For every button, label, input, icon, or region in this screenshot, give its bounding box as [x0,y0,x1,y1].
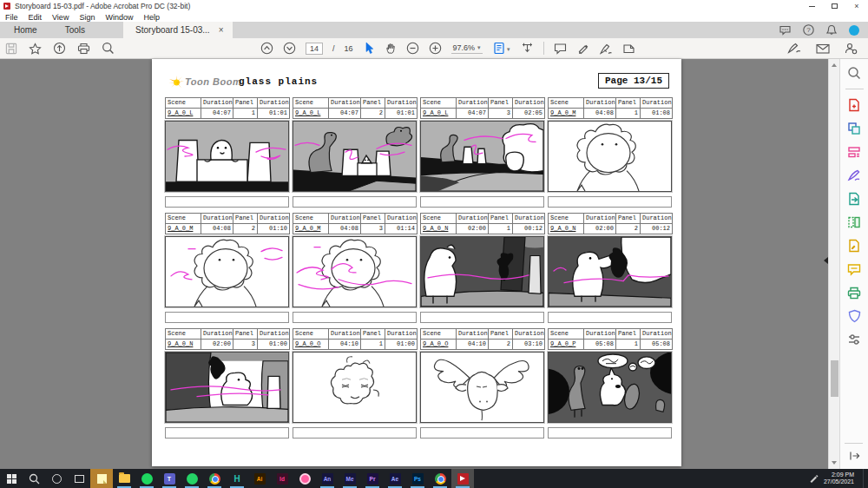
clock-date: 27/05/2021 [824,478,854,485]
email-envelope-icon[interactable] [816,43,830,54]
tab-tools[interactable]: Tools [51,22,99,38]
select-tool-icon[interactable] [363,42,375,55]
storyboard-grid: SceneDurationPanelDuration 9_A_0_L04:071… [165,97,672,439]
taskbar-spotify[interactable] [135,469,158,488]
comment-bubble-icon[interactable] [554,43,567,55]
show-desktop-button[interactable] [863,469,866,488]
notifications-bell-icon[interactable] [826,24,837,36]
close-button[interactable]: × [845,0,868,12]
menu-window[interactable]: Window [100,13,138,22]
highlight-pencil-icon[interactable] [576,42,589,55]
premiere-icon: Pr [367,473,378,485]
tab-home[interactable]: Home [0,22,51,38]
search-tools-icon[interactable] [846,65,862,81]
minimize-button[interactable] [800,0,823,12]
next-page-icon[interactable] [283,42,296,55]
taskbar-cortana[interactable] [45,469,68,488]
taskbar-media-encoder[interactable]: Me [339,469,361,488]
harmony-icon: H [233,474,240,484]
print-icon[interactable] [77,43,90,55]
edit-pdf-icon[interactable] [846,144,862,160]
zoom-out-icon[interactable] [406,42,419,55]
svg-text:▾: ▾ [507,46,510,52]
save-icon[interactable] [5,43,17,55]
menu-edit[interactable]: Edit [23,13,48,22]
panel-meta-table: SceneDurationPanelDuration 9_A_0_L04:073… [420,97,545,119]
taskbar-file-explorer[interactable] [113,469,135,488]
account-avatar[interactable] [849,25,859,36]
stamp-icon[interactable] [622,43,635,55]
find-icon[interactable] [102,42,115,55]
windows-ink-pen-icon[interactable] [809,474,819,484]
tab-close-icon[interactable]: × [217,25,226,35]
taskbar-premiere[interactable]: Pr [361,469,384,488]
fit-width-icon[interactable] [521,42,534,55]
tools-rail [839,59,868,469]
taskbar-harmony[interactable]: H [226,469,248,488]
request-signatures-icon[interactable] [846,238,862,254]
more-tools-icon[interactable] [846,332,862,347]
menu-file[interactable]: File [0,13,23,22]
taskbar-task-view[interactable] [68,469,90,488]
after-effects-icon: Ae [390,473,401,485]
scene-id: 9_A_0_N [549,224,584,234]
signature-pen-icon[interactable] [787,43,801,54]
scroll-up-icon[interactable] [832,63,837,67]
taskbar-osu[interactable] [293,469,316,488]
menu-view[interactable]: View [47,13,74,22]
fit-page-icon[interactable]: ▾ [492,42,511,55]
scroll-down-icon[interactable] [832,461,837,465]
panel-meta-table: SceneDurationPanelDuration 9_A_0_O04:102… [420,328,545,350]
share-upload-icon[interactable] [53,42,66,55]
taskbar-acrobat[interactable] [451,469,474,488]
protect-icon[interactable] [846,308,862,324]
taskbar-after-effects[interactable]: Ae [384,469,406,488]
menu-help[interactable]: Help [138,13,165,22]
fill-sign-icon[interactable] [846,168,862,183]
menu-bar: File Edit View Sign Window Help [0,12,868,22]
vertical-scrollbar[interactable] [828,59,839,469]
sign-pen-icon[interactable] [599,43,613,55]
combine-files-icon[interactable] [846,121,862,136]
taskbar-search[interactable] [23,469,45,488]
menu-sign[interactable]: Sign [74,13,100,22]
panel-meta-table: SceneDurationPanelDuration 9_A_0_N02:002… [548,213,673,234]
panel-caption-box [293,312,417,323]
zoom-in-icon[interactable] [429,42,442,55]
start-button[interactable] [0,469,23,488]
taskbar-teams[interactable]: T [158,469,181,488]
taskbar-indesign[interactable]: Id [271,469,293,488]
panel-drawing [420,236,544,307]
organize-pages-icon[interactable] [846,214,862,230]
taskbar-animate[interactable]: An [316,469,339,488]
collapse-panel-arrow-icon[interactable] [824,257,828,264]
maximize-button[interactable] [823,0,845,12]
help-icon[interactable]: ? [803,24,814,36]
taskbar-chrome-2[interactable] [429,469,451,488]
taskbar-illustrator[interactable]: Ai [248,469,271,488]
document-area[interactable]: Toon Boom glass plains Page 13/15 SceneD… [0,59,868,469]
taskbar-photoshop[interactable]: Ps [406,469,429,488]
cortana-icon [52,474,62,484]
page-number-input[interactable]: 14 [306,43,323,55]
hand-tool-icon[interactable] [385,42,397,55]
previous-page-icon[interactable] [260,42,273,55]
taskbar-chrome[interactable] [203,469,226,488]
expand-panel-icon[interactable] [846,448,862,464]
scan-ocr-icon[interactable] [846,285,862,300]
taskbar-whatsapp[interactable] [181,469,203,488]
create-pdf-icon[interactable] [846,97,862,113]
scrollbar-thumb[interactable] [831,360,838,397]
taskbar-clock[interactable]: 2:09 PM 27/05/2021 [824,472,858,485]
feedback-bubble-icon[interactable] [779,25,791,36]
comment-tool-icon[interactable] [846,261,862,277]
share-person-icon[interactable] [845,43,858,55]
zoom-level-dropdown[interactable]: 97.6% ▾ [451,43,483,54]
taskbar-sticky-notes[interactable] [90,469,113,488]
illustrator-icon: Ai [254,473,266,485]
tab-document[interactable]: Storyboard 15-03... × [123,22,232,38]
favorite-star-icon[interactable] [29,43,42,55]
page-count-separator: / [332,44,335,53]
osu-icon [299,473,311,485]
export-pdf-icon[interactable] [846,191,862,207]
